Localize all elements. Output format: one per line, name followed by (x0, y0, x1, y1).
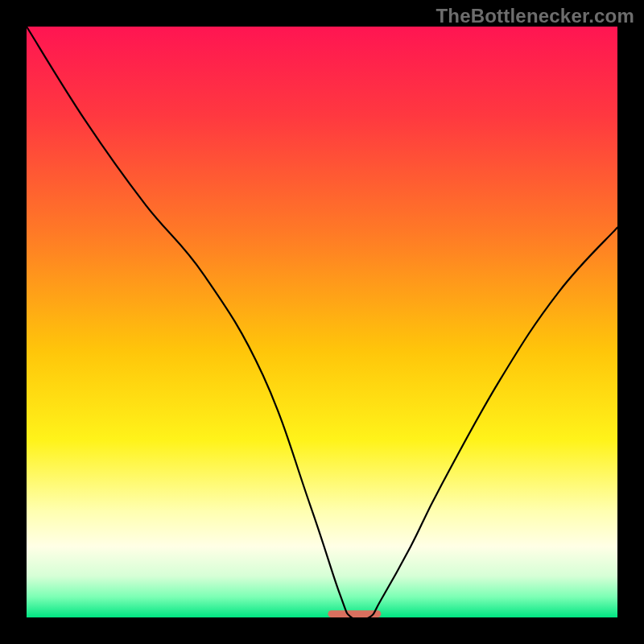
plot-background (27, 27, 617, 617)
chart-frame: TheBottleneсker.com (0, 0, 644, 644)
bottleneck-chart (0, 0, 644, 644)
watermark-text: TheBottleneсker.com (436, 5, 634, 27)
